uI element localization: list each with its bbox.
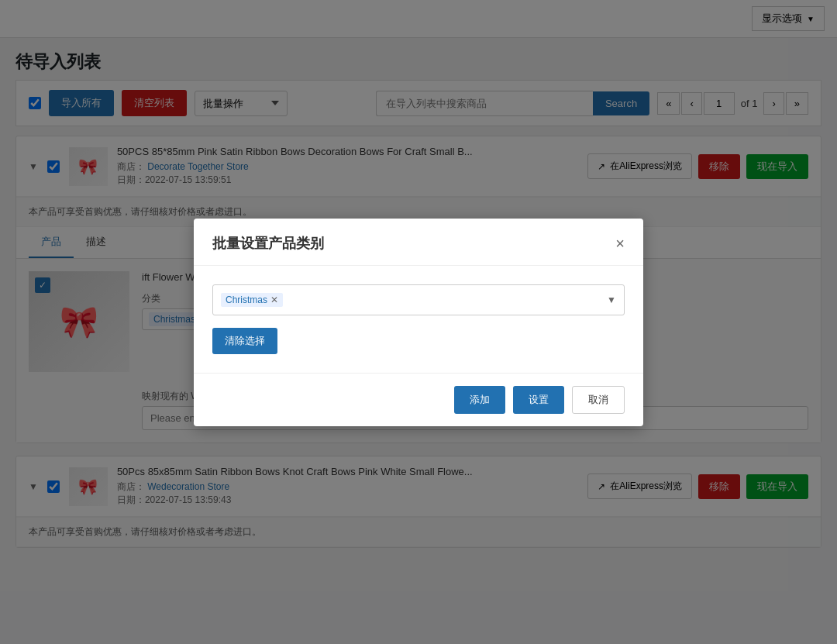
modal-add-button[interactable]: 添加 [454, 386, 505, 414]
modal-close-button[interactable]: × [615, 236, 625, 251]
modal-title: 批量设置产品类别 [212, 234, 324, 253]
batch-set-category-modal: 批量设置产品类别 × Christmas ✕ ▼ 清除选择 添加 设置 取消 [194, 219, 643, 426]
modal-clear-selection-button[interactable]: 清除选择 [212, 328, 277, 354]
modal-set-button[interactable]: 设置 [513, 386, 564, 414]
modal-overlay[interactable]: 批量设置产品类别 × Christmas ✕ ▼ 清除选择 添加 设置 取消 [0, 0, 837, 557]
modal-category-select[interactable]: Christmas ✕ ▼ [212, 284, 625, 315]
modal-cancel-button[interactable]: 取消 [572, 386, 625, 414]
modal-category-tag-remove[interactable]: ✕ [270, 294, 278, 305]
modal-dropdown-arrow: ▼ [607, 294, 616, 305]
modal-category-tag: Christmas ✕ [221, 293, 283, 307]
